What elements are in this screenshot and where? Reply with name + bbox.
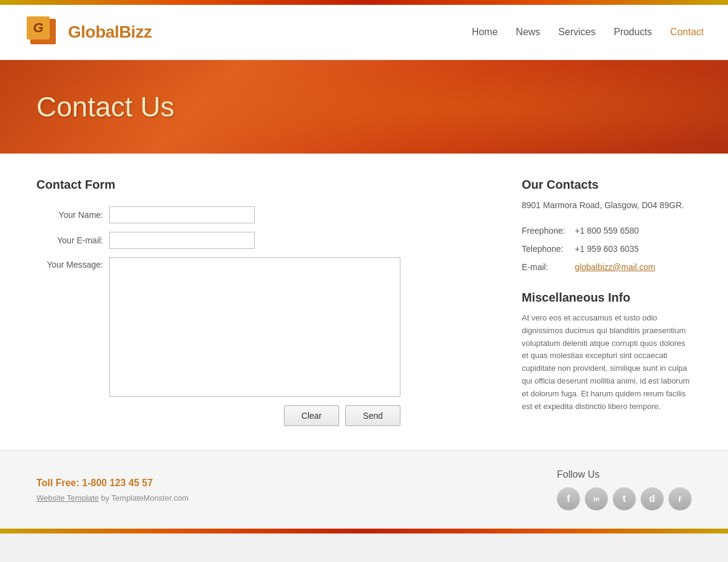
delicious-icon[interactable]: d [641,487,664,510]
contact-info-section: Our Contacts 8901 Marmora Road, Glasgow,… [522,178,692,426]
email-link[interactable]: globalbizz@mail.com [575,262,655,272]
nav-products[interactable]: Products [614,27,652,38]
message-row: Your Message: [36,257,485,397]
rss-icon[interactable]: r [669,487,692,510]
template-link[interactable]: Website Template [36,493,99,503]
nav-services[interactable]: Services [558,27,595,38]
our-contacts-heading: Our Contacts [522,178,692,192]
footer-left: Toll Free: 1-800 123 45 57 Website Templ… [36,478,189,503]
misc-heading: Miscellaneous Info [522,291,692,305]
twitter-icon[interactable]: t [613,487,636,510]
toll-free-label: Toll Free: [36,478,79,488]
footer-right: Follow Us f in t d r [557,469,692,510]
form-buttons: Clear Send [36,405,400,426]
email-label: Your E-mail: [36,235,103,245]
contact-details: Freephone: +1 800 559 6580 Telephone: +1… [522,222,692,276]
top-accent-bar [0,0,728,5]
main-content: Contact Form Your Name: Your E-mail: You… [0,154,728,450]
logo-main: Global [68,22,119,41]
header: G GlobalBizz Home News Services Products… [0,5,728,60]
clear-button[interactable]: Clear [284,405,339,426]
linkedin-icon[interactable]: in [585,487,608,510]
name-input[interactable] [109,206,255,223]
logo-icon: G [24,14,61,50]
freephone-label: Freephone: [522,222,575,240]
toll-free-number: 1-800 123 45 57 [82,478,153,488]
template-credit: Website Template by TemplateMonster.com [36,493,189,503]
toll-free: Toll Free: 1-800 123 45 57 [36,478,189,489]
contact-form-heading: Contact Form [36,178,485,192]
hero-banner: Contact Us [0,60,728,154]
bottom-accent-bar [0,529,728,533]
contact-address: 8901 Marmora Road, Glasgow, D04 89GR. [522,199,692,212]
facebook-icon[interactable]: f [557,487,580,510]
name-row: Your Name: [36,206,485,223]
social-icons: f in t d r [557,487,692,510]
name-label: Your Name: [36,210,103,220]
nav-home[interactable]: Home [472,27,498,38]
misc-text: At vero eos et accusamus et iusto odio d… [522,312,692,413]
nav-contact[interactable]: Contact [670,27,704,38]
telephone-label: Telephone: [522,240,575,258]
message-textarea[interactable] [109,257,400,397]
email-contact-label: E-mail: [522,258,575,276]
logo-box-front: G [27,16,50,39]
logo-accent: Bizz [119,22,152,41]
credit-by: by TemplateMonster.com [99,493,189,503]
freephone-value: +1 800 559 6580 [575,222,655,240]
send-button[interactable]: Send [345,405,400,426]
email-row: Your E-mail: [36,232,485,249]
nav-news[interactable]: News [516,27,540,38]
main-nav: Home News Services Products Contact [472,27,704,38]
message-label: Your Message: [36,257,103,269]
email-input[interactable] [109,232,255,249]
follow-us-label: Follow Us [557,469,692,480]
footer: Toll Free: 1-800 123 45 57 Website Templ… [0,450,728,529]
hero-title: Contact Us [36,90,692,123]
logo-text: GlobalBizz [68,22,152,42]
telephone-value: +1 959 603 6035 [575,240,655,258]
logo-area: G GlobalBizz [24,14,152,50]
contact-form-section: Contact Form Your Name: Your E-mail: You… [36,178,485,426]
